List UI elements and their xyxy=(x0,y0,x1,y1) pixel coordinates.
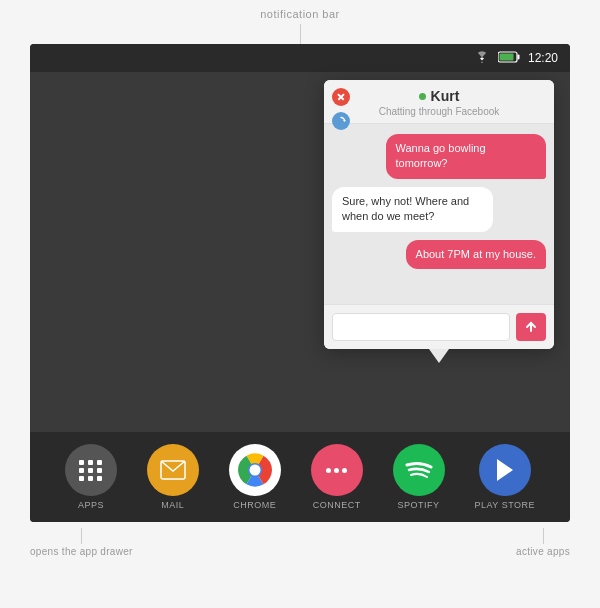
annotation-line-right xyxy=(543,528,544,544)
dock-item-apps[interactable]: APPS xyxy=(65,444,117,510)
chrome-icon xyxy=(229,444,281,496)
chat-status: Chatting through Facebook xyxy=(379,106,500,117)
refresh-button[interactable] xyxy=(332,112,350,130)
svg-marker-3 xyxy=(343,120,346,122)
spotify-label: SPOTIFY xyxy=(398,500,440,510)
active-apps-annotation: active apps xyxy=(516,528,570,557)
close-button[interactable] xyxy=(332,88,350,106)
playstore-icon xyxy=(479,444,531,496)
battery-icon xyxy=(498,49,520,67)
playstore-label: PLAY STORE xyxy=(474,500,535,510)
chat-popup: Kurt Chatting through Facebook Wanna go … xyxy=(324,80,554,349)
dock-item-connect[interactable]: CONNECT xyxy=(311,444,363,510)
dock-item-playstore[interactable]: PLAY STORE xyxy=(474,444,535,510)
spotify-icon xyxy=(393,444,445,496)
dock-item-chrome[interactable]: CHROME xyxy=(229,444,281,510)
message-bubble-3: About 7PM at my house. xyxy=(406,240,546,269)
chat-input-area xyxy=(324,304,554,349)
annotation-line-top xyxy=(300,24,301,44)
chat-text-input[interactable] xyxy=(332,313,510,341)
notification-bar-annotation: notification bar xyxy=(0,0,600,24)
svg-marker-9 xyxy=(497,459,513,481)
chrome-label: CHROME xyxy=(233,500,276,510)
connect-icon xyxy=(311,444,363,496)
chat-header: Kurt Chatting through Facebook xyxy=(324,80,554,124)
dock: APPS MAIL xyxy=(30,432,570,522)
app-drawer-text: opens the app drawer xyxy=(30,546,133,557)
chat-messages: Wanna go bowling tomorrow? Sure, why not… xyxy=(324,124,554,304)
svg-point-8 xyxy=(249,465,260,476)
dock-item-mail[interactable]: MAIL xyxy=(147,444,199,510)
apps-grid-icon xyxy=(79,460,103,481)
wifi-icon xyxy=(474,49,490,67)
send-button[interactable] xyxy=(516,313,546,341)
mail-icon xyxy=(147,444,199,496)
connect-dots-icon xyxy=(326,468,347,473)
connect-label: CONNECT xyxy=(313,500,361,510)
contact-name: Kurt xyxy=(419,88,460,104)
dock-item-spotify[interactable]: SPOTIFY xyxy=(393,444,445,510)
active-apps-text: active apps xyxy=(516,546,570,557)
online-indicator xyxy=(419,93,426,100)
message-bubble-1: Wanna go bowling tomorrow? xyxy=(386,134,547,179)
status-bar: 12:20 xyxy=(30,44,570,72)
device-frame: 12:20 Kurt Chatting through Facebook xyxy=(30,44,570,522)
app-drawer-annotation: opens the app drawer xyxy=(30,528,133,557)
apps-label: APPS xyxy=(78,500,104,510)
apps-icon xyxy=(65,444,117,496)
svg-rect-1 xyxy=(517,55,519,60)
screen-area: Kurt Chatting through Facebook Wanna go … xyxy=(30,72,570,432)
message-bubble-2: Sure, why not! Where and when do we meet… xyxy=(332,187,493,232)
svg-rect-2 xyxy=(499,54,513,61)
mail-label: MAIL xyxy=(161,500,184,510)
status-time: 12:20 xyxy=(528,51,558,65)
annotation-line-left xyxy=(81,528,82,544)
bottom-annotations: opens the app drawer active apps xyxy=(0,522,600,557)
annotation-label: notification bar xyxy=(260,8,340,20)
